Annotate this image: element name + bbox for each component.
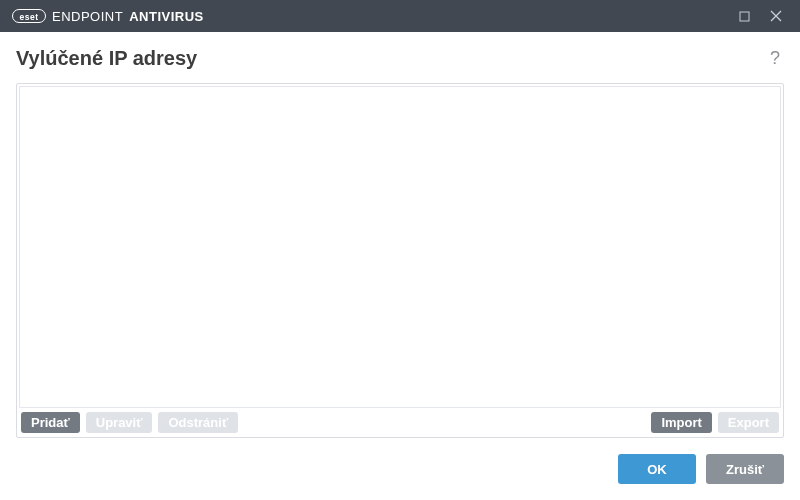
edit-button: Upraviť (86, 412, 153, 433)
brand-name-prefix: ENDPOINT (52, 9, 123, 24)
content-area: Vylúčené IP adresy ? Pridať Upraviť Odst… (0, 32, 800, 438)
cancel-button[interactable]: Zrušiť (706, 454, 784, 484)
import-button[interactable]: Import (651, 412, 711, 433)
brand-name-suffix: ANTIVIRUS (129, 9, 204, 24)
ok-button[interactable]: OK (618, 454, 696, 484)
export-button: Export (718, 412, 779, 433)
brand: eset ENDPOINT ANTIVIRUS (12, 9, 204, 24)
page-title: Vylúčené IP adresy (16, 47, 197, 70)
svg-rect-2 (740, 12, 749, 21)
header-row: Vylúčené IP adresy ? (16, 46, 784, 71)
remove-button: Odstrániť (158, 412, 238, 433)
help-icon[interactable]: ? (766, 46, 784, 71)
maximize-button[interactable] (728, 0, 760, 32)
add-button[interactable]: Pridať (21, 412, 80, 433)
close-button[interactable] (760, 0, 792, 32)
svg-text:eset: eset (19, 12, 38, 22)
brand-logo-icon: eset (12, 9, 46, 23)
excluded-ip-list[interactable] (19, 86, 781, 408)
titlebar: eset ENDPOINT ANTIVIRUS (0, 0, 800, 32)
list-frame: Pridať Upraviť Odstrániť Import Export (16, 83, 784, 438)
dialog-footer: OK Zrušiť (0, 438, 800, 500)
list-action-row: Pridať Upraviť Odstrániť Import Export (19, 408, 781, 435)
